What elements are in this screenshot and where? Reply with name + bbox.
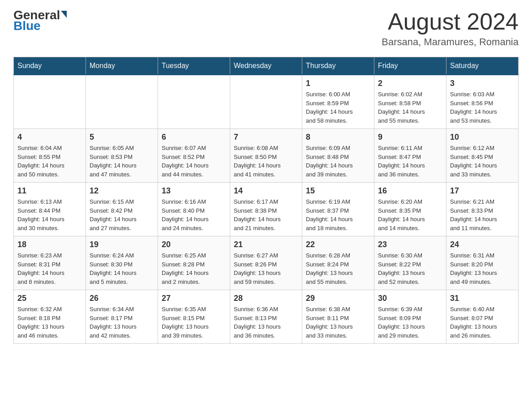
day-number: 27 xyxy=(162,294,226,303)
day-number: 25 xyxy=(17,294,82,303)
day-info: Sunrise: 6:36 AMSunset: 8:13 PMDaylight:… xyxy=(234,305,298,340)
calendar-day-cell: 24Sunrise: 6:31 AMSunset: 8:20 PMDayligh… xyxy=(446,236,519,290)
day-number: 24 xyxy=(450,240,515,249)
calendar-day-cell: 9Sunrise: 6:11 AMSunset: 8:47 PMDaylight… xyxy=(374,129,446,183)
day-of-week-header: Saturday xyxy=(446,57,519,75)
day-info: Sunrise: 6:17 AMSunset: 8:38 PMDaylight:… xyxy=(234,197,298,232)
day-number: 1 xyxy=(306,79,370,88)
calendar-day-cell: 20Sunrise: 6:25 AMSunset: 8:28 PMDayligh… xyxy=(158,236,230,290)
day-info: Sunrise: 6:05 AMSunset: 8:53 PMDaylight:… xyxy=(90,144,154,179)
day-info: Sunrise: 6:02 AMSunset: 8:58 PMDaylight:… xyxy=(378,90,442,125)
calendar-day-cell: 14Sunrise: 6:17 AMSunset: 8:38 PMDayligh… xyxy=(230,183,302,236)
calendar-day-cell: 15Sunrise: 6:19 AMSunset: 8:37 PMDayligh… xyxy=(302,183,374,236)
day-info: Sunrise: 6:28 AMSunset: 8:24 PMDaylight:… xyxy=(306,251,370,286)
calendar-header-row: SundayMondayTuesdayWednesdayThursdayFrid… xyxy=(14,57,519,75)
day-number: 9 xyxy=(378,133,442,142)
day-info: Sunrise: 6:23 AMSunset: 8:31 PMDaylight:… xyxy=(17,251,82,286)
calendar-day-cell: 3Sunrise: 6:03 AMSunset: 8:56 PMDaylight… xyxy=(446,75,519,129)
calendar-day-cell: 30Sunrise: 6:39 AMSunset: 8:09 PMDayligh… xyxy=(374,290,446,344)
day-info: Sunrise: 6:03 AMSunset: 8:56 PMDaylight:… xyxy=(450,90,515,125)
day-number: 29 xyxy=(306,294,370,303)
calendar-day-cell xyxy=(230,75,302,129)
calendar-day-cell: 11Sunrise: 6:13 AMSunset: 8:44 PMDayligh… xyxy=(14,183,86,236)
calendar-day-cell: 7Sunrise: 6:08 AMSunset: 8:50 PMDaylight… xyxy=(230,129,302,183)
day-info: Sunrise: 6:27 AMSunset: 8:26 PMDaylight:… xyxy=(234,251,298,286)
day-of-week-header: Friday xyxy=(374,57,446,75)
calendar-day-cell: 13Sunrise: 6:16 AMSunset: 8:40 PMDayligh… xyxy=(158,183,230,236)
day-number: 10 xyxy=(450,133,515,142)
title-section: August 2024 Barsana, Maramures, Romania xyxy=(382,9,519,48)
month-year-title: August 2024 xyxy=(382,9,519,34)
day-number: 2 xyxy=(378,79,442,88)
calendar-day-cell: 2Sunrise: 6:02 AMSunset: 8:58 PMDaylight… xyxy=(374,75,446,129)
calendar-week-row: 11Sunrise: 6:13 AMSunset: 8:44 PMDayligh… xyxy=(14,183,519,236)
day-number: 7 xyxy=(234,133,298,142)
calendar-day-cell xyxy=(14,75,86,129)
day-number: 28 xyxy=(234,294,298,303)
calendar-day-cell: 10Sunrise: 6:12 AMSunset: 8:45 PMDayligh… xyxy=(446,129,519,183)
calendar-day-cell: 19Sunrise: 6:24 AMSunset: 8:30 PMDayligh… xyxy=(86,236,158,290)
calendar-day-cell: 21Sunrise: 6:27 AMSunset: 8:26 PMDayligh… xyxy=(230,236,302,290)
day-info: Sunrise: 6:34 AMSunset: 8:17 PMDaylight:… xyxy=(90,305,154,340)
day-info: Sunrise: 6:40 AMSunset: 8:07 PMDaylight:… xyxy=(450,305,515,340)
calendar-day-cell: 6Sunrise: 6:07 AMSunset: 8:52 PMDaylight… xyxy=(158,129,230,183)
day-number: 12 xyxy=(90,186,154,196)
day-number: 4 xyxy=(17,133,82,142)
calendar-day-cell: 31Sunrise: 6:40 AMSunset: 8:07 PMDayligh… xyxy=(446,290,519,344)
day-of-week-header: Sunday xyxy=(14,57,86,75)
calendar-week-row: 25Sunrise: 6:32 AMSunset: 8:18 PMDayligh… xyxy=(14,290,519,344)
day-number: 5 xyxy=(90,133,154,142)
calendar-day-cell: 12Sunrise: 6:15 AMSunset: 8:42 PMDayligh… xyxy=(86,183,158,236)
logo-blue-text: Blue xyxy=(13,20,67,32)
day-number: 22 xyxy=(306,240,370,249)
day-number: 16 xyxy=(378,186,442,196)
day-number: 13 xyxy=(162,186,226,196)
calendar-week-row: 1Sunrise: 6:00 AMSunset: 8:59 PMDaylight… xyxy=(14,75,519,129)
day-info: Sunrise: 6:07 AMSunset: 8:52 PMDaylight:… xyxy=(162,144,226,179)
day-number: 23 xyxy=(378,240,442,249)
calendar-week-row: 4Sunrise: 6:04 AMSunset: 8:55 PMDaylight… xyxy=(14,129,519,183)
day-info: Sunrise: 6:19 AMSunset: 8:37 PMDaylight:… xyxy=(306,197,370,232)
day-number: 8 xyxy=(306,133,370,142)
day-of-week-header: Monday xyxy=(86,57,158,75)
day-info: Sunrise: 6:21 AMSunset: 8:33 PMDaylight:… xyxy=(450,197,515,232)
day-number: 11 xyxy=(17,186,82,196)
day-number: 20 xyxy=(162,240,226,249)
day-info: Sunrise: 6:32 AMSunset: 8:18 PMDaylight:… xyxy=(17,305,82,340)
calendar-day-cell: 25Sunrise: 6:32 AMSunset: 8:18 PMDayligh… xyxy=(14,290,86,344)
day-info: Sunrise: 6:16 AMSunset: 8:40 PMDaylight:… xyxy=(162,197,226,232)
calendar-day-cell: 8Sunrise: 6:09 AMSunset: 8:48 PMDaylight… xyxy=(302,129,374,183)
day-number: 15 xyxy=(306,186,370,196)
day-info: Sunrise: 6:25 AMSunset: 8:28 PMDaylight:… xyxy=(162,251,226,286)
day-info: Sunrise: 6:35 AMSunset: 8:15 PMDaylight:… xyxy=(162,305,226,340)
calendar-day-cell: 5Sunrise: 6:05 AMSunset: 8:53 PMDaylight… xyxy=(86,129,158,183)
day-number: 6 xyxy=(162,133,226,142)
day-number: 30 xyxy=(378,294,442,303)
calendar-day-cell: 16Sunrise: 6:20 AMSunset: 8:35 PMDayligh… xyxy=(374,183,446,236)
day-info: Sunrise: 6:31 AMSunset: 8:20 PMDaylight:… xyxy=(450,251,515,286)
calendar-day-cell: 26Sunrise: 6:34 AMSunset: 8:17 PMDayligh… xyxy=(86,290,158,344)
day-number: 17 xyxy=(450,186,515,196)
day-info: Sunrise: 6:00 AMSunset: 8:59 PMDaylight:… xyxy=(306,90,370,125)
day-of-week-header: Tuesday xyxy=(158,57,230,75)
day-info: Sunrise: 6:38 AMSunset: 8:11 PMDaylight:… xyxy=(306,305,370,340)
calendar-day-cell: 27Sunrise: 6:35 AMSunset: 8:15 PMDayligh… xyxy=(158,290,230,344)
calendar-day-cell: 1Sunrise: 6:00 AMSunset: 8:59 PMDaylight… xyxy=(302,75,374,129)
day-number: 21 xyxy=(234,240,298,249)
day-info: Sunrise: 6:12 AMSunset: 8:45 PMDaylight:… xyxy=(450,144,515,179)
calendar-week-row: 18Sunrise: 6:23 AMSunset: 8:31 PMDayligh… xyxy=(14,236,519,290)
day-info: Sunrise: 6:24 AMSunset: 8:30 PMDaylight:… xyxy=(90,251,154,286)
calendar-day-cell: 18Sunrise: 6:23 AMSunset: 8:31 PMDayligh… xyxy=(14,236,86,290)
calendar-day-cell xyxy=(86,75,158,129)
day-number: 31 xyxy=(450,294,515,303)
day-info: Sunrise: 6:30 AMSunset: 8:22 PMDaylight:… xyxy=(378,251,442,286)
day-number: 26 xyxy=(90,294,154,303)
day-info: Sunrise: 6:15 AMSunset: 8:42 PMDaylight:… xyxy=(90,197,154,232)
day-info: Sunrise: 6:39 AMSunset: 8:09 PMDaylight:… xyxy=(378,305,442,340)
day-of-week-header: Wednesday xyxy=(230,57,302,75)
calendar-table: SundayMondayTuesdayWednesdayThursdayFrid… xyxy=(13,57,519,344)
calendar-day-cell: 23Sunrise: 6:30 AMSunset: 8:22 PMDayligh… xyxy=(374,236,446,290)
logo: General Blue xyxy=(13,9,67,32)
location-subtitle: Barsana, Maramures, Romania xyxy=(382,36,519,48)
day-number: 19 xyxy=(90,240,154,249)
